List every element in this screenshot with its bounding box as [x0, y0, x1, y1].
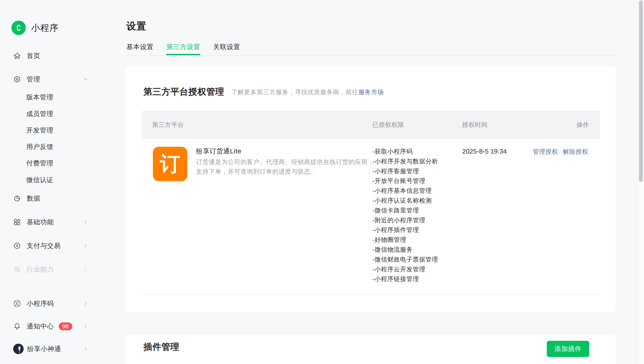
- manage-icon: [13, 75, 21, 83]
- sidebar: 小程序 首页 管理 版本管理 成员管理 开发管理 用户反馈 付费管理 微信认证 …: [0, 0, 126, 364]
- chevron-up-icon: [82, 76, 89, 82]
- sidebar-item-label: 行业能力: [27, 265, 54, 274]
- subitem-label: 成员管理: [26, 110, 54, 118]
- subitem-label: 付费管理: [26, 159, 54, 168]
- plugin-management-card: 插件管理 添加插件: [126, 335, 616, 364]
- permission-item: -小程序开发与数据分析: [372, 156, 438, 166]
- permission-item: -小程序链接管理: [372, 274, 438, 284]
- settings-tabs: 基本设置 第三方设置 关联设置: [126, 43, 616, 56]
- chevron-right-icon: [82, 323, 89, 330]
- permission-item: -小程序云开发管理: [372, 264, 438, 274]
- sidebar-item-label: 管理: [27, 75, 40, 84]
- sidebar-item-label: 通知中心: [27, 322, 54, 331]
- linked-circles-icon: [13, 266, 21, 273]
- app-description-line: 支持下单，并可查询到订单的进度与状态。: [196, 167, 374, 176]
- tab-third-party-settings[interactable]: 第三方设置: [166, 43, 200, 55]
- chevron-right-icon: [82, 266, 89, 273]
- permission-item: -微信物流服务: [372, 245, 438, 255]
- permission-list: -获取小程序码 -小程序开发与数据分析 -小程序客服管理 -开放平台账号管理 -…: [372, 147, 438, 284]
- permission-item: -附近的小程序管理: [372, 216, 438, 225]
- sidebar-subitem-version[interactable]: 版本管理: [26, 92, 54, 102]
- notification-badge: 98: [59, 322, 72, 330]
- apps-grid-icon: [13, 218, 21, 226]
- brand-title: 小程序: [31, 22, 59, 34]
- sidebar-item-industry[interactable]: 行业能力: [13, 264, 89, 275]
- sidebar-item-label: 纷享小神通: [27, 344, 61, 354]
- app-description-line: 订货通是为公司的客户、代理商、经销商提供在线订货的应用，: [196, 157, 374, 167]
- subitem-label: 开发管理: [26, 126, 54, 135]
- permission-item: -微信财政电子票据管理: [372, 255, 438, 264]
- sidebar-item-label: 基础功能: [27, 218, 54, 227]
- tab-related-settings[interactable]: 关联设置: [213, 43, 240, 55]
- sidebar-subitem-payment[interactable]: 付费管理: [26, 158, 54, 168]
- column-platform: 第三方平台: [152, 111, 184, 139]
- chevron-right-icon: [82, 300, 89, 307]
- tab-basic-settings[interactable]: 基本设置: [126, 43, 154, 55]
- home-icon: [13, 52, 21, 60]
- sidebar-item-pay-trade[interactable]: ¥ 支付与交易: [13, 240, 89, 251]
- column-auth-time: 授权时间: [462, 111, 488, 139]
- permission-item: -小程序基本信息管理: [372, 186, 438, 196]
- add-plugin-button[interactable]: 添加插件: [547, 341, 589, 357]
- sidebar-subitem-verify[interactable]: 微信认证: [26, 175, 54, 185]
- sidebar-item-home[interactable]: 首页: [13, 50, 89, 61]
- page-title: 设置: [126, 20, 146, 33]
- sidebar-item-miniprogram-code[interactable]: 小程序码: [13, 298, 89, 309]
- chevron-right-icon: [82, 219, 89, 225]
- chevron-right-icon: [82, 242, 89, 249]
- service-market-link[interactable]: 服务市场: [358, 89, 384, 96]
- subitem-label: 版本管理: [26, 93, 54, 102]
- vertical-scrollbar-thumb[interactable]: [639, 0, 643, 182]
- table-row-divider: [142, 294, 600, 294]
- third-party-authorization-card: 第三方平台授权管理 了解更多第三方服务，寻找优质服务商，前往服务市场 第三方平台…: [126, 66, 616, 312]
- permission-item: -开放平台账号管理: [372, 176, 438, 186]
- yen-circle-icon: ¥: [13, 242, 21, 250]
- subitem-label: 用户反馈: [26, 142, 54, 151]
- sidebar-item-label: 首页: [27, 52, 40, 60]
- app-description: 订货通是为公司的客户、代理商、经销商提供在线订货的应用， 支持下单，并可查询到订…: [196, 157, 374, 176]
- sidebar-item-manage[interactable]: 管理: [13, 74, 89, 84]
- column-permissions: 已授权权限: [372, 111, 404, 139]
- main-content: 设置 基本设置 第三方设置 关联设置 第三方平台授权管理 了解更多第三方服务，寻…: [126, 0, 616, 364]
- bell-icon: [13, 322, 21, 330]
- svg-text:¥: ¥: [16, 244, 18, 248]
- chevron-right-icon: [82, 346, 89, 352]
- authorization-card-subtitle: 了解更多第三方服务，寻找优质服务商，前往服务市场: [231, 88, 384, 96]
- plugin-card-title: 插件管理: [144, 341, 180, 353]
- permission-item: -小程序客服管理: [372, 166, 438, 176]
- subtitle-text: 了解更多第三方服务，寻找优质服务商，前往: [231, 89, 358, 96]
- permission-item: -小程序认证名称检测: [372, 196, 438, 206]
- row-actions: 管理授权 解除授权: [533, 148, 588, 156]
- pie-chart-icon: [13, 194, 21, 202]
- manage-authorization-link[interactable]: 管理授权: [533, 148, 558, 156]
- authorization-card-title: 第三方平台授权管理: [144, 86, 224, 98]
- sidebar-item-label: 小程序码: [27, 299, 54, 308]
- assistant-avatar: [13, 344, 24, 354]
- permission-item: -获取小程序码: [372, 147, 438, 156]
- vertical-scrollbar-track[interactable]: [638, 0, 644, 364]
- sidebar-item-notification-center[interactable]: 通知中心 98: [13, 321, 89, 332]
- sidebar-item-label: 数据: [27, 194, 40, 203]
- miniprogram-logo-icon: [12, 20, 26, 35]
- table-header: 第三方平台 已授权权限 授权时间 操作: [142, 111, 600, 139]
- authorization-time: 2025-8-5 19:34: [462, 148, 507, 155]
- permission-item: -微信卡路里管理: [372, 206, 438, 216]
- app-name: 纷享订货通Lite: [196, 147, 242, 156]
- remove-authorization-link[interactable]: 解除授权: [563, 148, 588, 156]
- brand: 小程序: [12, 20, 59, 35]
- permission-item: -小程序插件管理: [372, 225, 438, 235]
- column-actions: 操作: [576, 111, 589, 139]
- permission-item: -好物圈管理: [372, 235, 438, 245]
- sidebar-item-assistant[interactable]: 纷享小神通: [13, 344, 89, 354]
- sidebar-item-data[interactable]: 数据: [13, 193, 89, 204]
- sidebar-item-basic-functions[interactable]: 基础功能: [13, 217, 89, 227]
- miniprogram-code-icon: [13, 300, 21, 308]
- sidebar-item-label: 支付与交易: [27, 241, 61, 250]
- app-icon: 订: [153, 147, 187, 181]
- subitem-label: 微信认证: [26, 176, 54, 185]
- sidebar-subitem-feedback[interactable]: 用户反馈: [26, 142, 54, 152]
- sidebar-subitem-members[interactable]: 成员管理: [26, 109, 54, 119]
- sidebar-subitem-develop[interactable]: 开发管理: [26, 126, 54, 135]
